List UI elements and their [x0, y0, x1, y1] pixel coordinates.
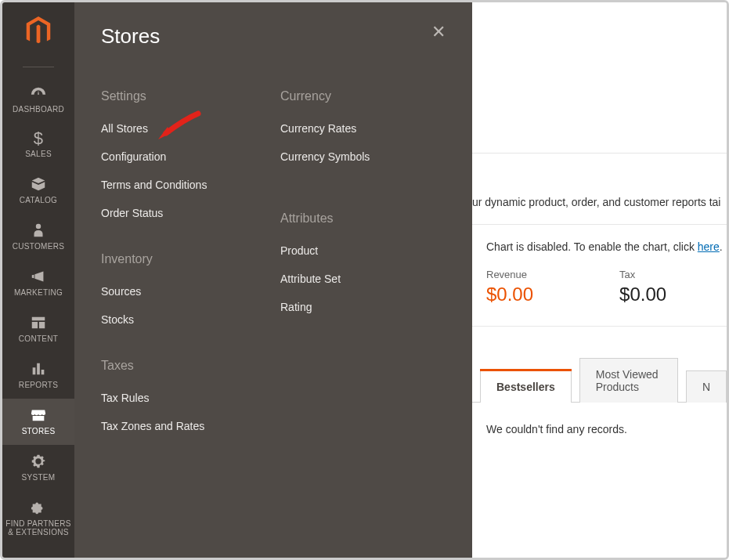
megaphone-icon	[30, 268, 47, 285]
flyout-link-currency-rates[interactable]: Currency Rates	[280, 122, 446, 135]
app-frame: DASHBOARD $ SALES CATALOG CUSTOMERS MARK…	[0, 0, 729, 560]
flyout-link-tax-rules[interactable]: Tax Rules	[101, 392, 266, 404]
chart-disabled-note: Chart is disabled. To enable the chart, …	[472, 225, 727, 259]
flyout-link-stocks[interactable]: Stocks	[101, 313, 266, 326]
sidebar-item-label: CATALOG	[20, 196, 57, 204]
stat-value: $0.00	[486, 284, 533, 305]
sidebar-item-label: FIND PARTNERS & EXTENSIONS	[4, 519, 73, 537]
sidebar-item-label: DASHBOARD	[13, 105, 64, 114]
flyout-group-title: Inventory	[101, 252, 266, 266]
sidebar-item-label: CUSTOMERS	[13, 242, 64, 251]
layout-icon	[30, 314, 47, 331]
stat-label: Revenue	[486, 269, 533, 280]
flyout-title: Stores	[101, 24, 160, 49]
bar-chart-icon	[30, 360, 47, 378]
close-icon[interactable]: ✕	[431, 24, 446, 40]
flyout-group-title: Taxes	[101, 359, 266, 373]
flyout-link-configuration[interactable]: Configuration	[101, 150, 266, 163]
puzzle-icon	[30, 499, 47, 516]
flyout-link-currency-symbols[interactable]: Currency Symbols	[280, 150, 446, 163]
sidebar-item-customers[interactable]: CUSTOMERS	[2, 214, 74, 260]
tab-bestsellers[interactable]: Bestsellers	[480, 370, 572, 403]
gear-icon	[30, 453, 47, 470]
no-records-message: We couldn't find any records.	[472, 403, 727, 435]
flyout-link-all-stores[interactable]: All Stores	[101, 122, 266, 135]
storefront-icon	[30, 406, 47, 424]
flyout-header: Stores ✕	[101, 24, 446, 49]
stat-tax: Tax $0.00	[619, 269, 666, 305]
sidebar-item-stores[interactable]: STORES	[2, 399, 74, 445]
tab-most-viewed-products[interactable]: Most Viewed Products	[579, 358, 678, 403]
flyout-column-1: Settings All Stores Configuration Terms …	[101, 89, 266, 465]
flyout-group-attributes: Attributes Product Attribute Set Rating	[280, 211, 446, 313]
sidebar-item-label: CONTENT	[19, 334, 58, 343]
admin-sidebar: DASHBOARD $ SALES CATALOG CUSTOMERS MARK…	[2, 2, 74, 558]
flyout-group-title: Settings	[101, 89, 266, 103]
sidebar-item-system[interactable]: SYSTEM	[2, 445, 74, 491]
sidebar-item-label: SALES	[25, 150, 52, 158]
flyout-group-title: Currency	[280, 89, 446, 103]
sidebar-item-content[interactable]: CONTENT	[2, 306, 74, 352]
stat-revenue: Revenue $0.00	[486, 269, 533, 305]
sidebar-item-catalog[interactable]: CATALOG	[2, 168, 74, 214]
flyout-group-title: Attributes	[280, 211, 446, 226]
flyout-link-sources[interactable]: Sources	[101, 285, 266, 298]
magento-logo-icon	[25, 16, 52, 46]
tabs-row: Bestsellers Most Viewed Products N	[472, 327, 727, 403]
stat-label: Tax	[619, 269, 666, 280]
chart-enable-link[interactable]: here	[698, 240, 720, 253]
sidebar-item-label: MARKETING	[14, 288, 63, 297]
flyout-link-rating[interactable]: Rating	[280, 301, 446, 313]
flyout-link-attribute-set[interactable]: Attribute Set	[280, 273, 446, 285]
flyout-column-2: Currency Currency Rates Currency Symbols…	[280, 89, 446, 465]
sidebar-item-label: REPORTS	[19, 381, 58, 389]
sidebar-item-dashboard[interactable]: DASHBOARD	[2, 77, 74, 123]
sidebar-item-marketing[interactable]: MARKETING	[2, 260, 74, 306]
sidebar-item-sales[interactable]: $ SALES	[2, 123, 74, 168]
person-icon	[30, 222, 47, 239]
flyout-group-taxes: Taxes Tax Rules Tax Zones and Rates	[101, 359, 266, 432]
stat-value: $0.00	[619, 284, 666, 305]
nav-separator	[23, 67, 54, 67]
flyout-group-inventory: Inventory Sources Stocks	[101, 252, 266, 326]
flyout-link-tax-zones-and-rates[interactable]: Tax Zones and Rates	[101, 420, 266, 432]
sidebar-item-reports[interactable]: REPORTS	[2, 352, 74, 399]
sidebar-item-partners[interactable]: FIND PARTNERS & EXTENSIONS	[2, 491, 74, 546]
flyout-group-settings: Settings All Stores Configuration Terms …	[101, 89, 266, 219]
bi-notice-text: ur dynamic product, order, and customer …	[472, 154, 727, 224]
flyout-link-order-status[interactable]: Order Status	[101, 207, 266, 219]
gauge-icon	[30, 85, 47, 102]
stores-flyout-panel: Stores ✕ Settings All Stores Configurati…	[74, 2, 472, 558]
box-icon	[30, 175, 47, 193]
flyout-link-product[interactable]: Product	[280, 244, 446, 257]
main-content: ur dynamic product, order, and customer …	[472, 2, 727, 558]
chart-note-text: Chart is disabled. To enable the chart, …	[486, 240, 698, 253]
stats-row: Revenue $0.00 Tax $0.00	[472, 259, 727, 327]
tab-new-products[interactable]: N	[686, 370, 727, 403]
sidebar-item-label: SYSTEM	[22, 473, 56, 482]
sidebar-item-label: STORES	[22, 427, 56, 435]
dollar-icon: $	[34, 131, 44, 146]
flyout-group-currency: Currency Currency Rates Currency Symbols	[280, 89, 446, 163]
flyout-link-terms-and-conditions[interactable]: Terms and Conditions	[101, 179, 266, 191]
